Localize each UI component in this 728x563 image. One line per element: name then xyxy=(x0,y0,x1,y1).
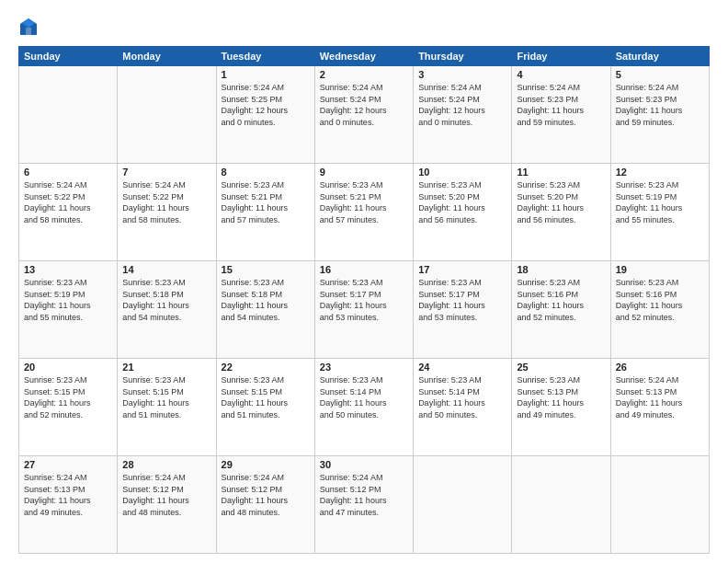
calendar-cell: 1Sunrise: 5:24 AM Sunset: 5:25 PM Daylig… xyxy=(216,66,314,164)
calendar-cell: 9Sunrise: 5:23 AM Sunset: 5:21 PM Daylig… xyxy=(314,164,413,261)
day-number: 24 xyxy=(418,362,506,373)
day-number: 11 xyxy=(517,167,605,178)
day-number: 4 xyxy=(517,69,605,80)
calendar-cell: 30Sunrise: 5:24 AM Sunset: 5:12 PM Dayli… xyxy=(314,456,413,554)
day-detail: Sunrise: 5:24 AM Sunset: 5:13 PM Dayligh… xyxy=(24,472,112,518)
day-number: 21 xyxy=(122,362,210,373)
calendar-cell: 16Sunrise: 5:23 AM Sunset: 5:17 PM Dayli… xyxy=(314,261,413,359)
day-detail: Sunrise: 5:24 AM Sunset: 5:12 PM Dayligh… xyxy=(122,472,210,518)
week-row-1: 6Sunrise: 5:24 AM Sunset: 5:22 PM Daylig… xyxy=(19,164,710,261)
day-number: 19 xyxy=(616,264,704,275)
day-detail: Sunrise: 5:23 AM Sunset: 5:14 PM Dayligh… xyxy=(418,374,506,420)
day-detail: Sunrise: 5:23 AM Sunset: 5:15 PM Dayligh… xyxy=(24,374,112,420)
calendar-cell: 24Sunrise: 5:23 AM Sunset: 5:14 PM Dayli… xyxy=(414,359,512,456)
calendar-cell xyxy=(512,456,610,554)
calendar-cell: 21Sunrise: 5:23 AM Sunset: 5:15 PM Dayli… xyxy=(118,359,216,456)
calendar-cell: 25Sunrise: 5:23 AM Sunset: 5:13 PM Dayli… xyxy=(512,359,610,456)
calendar-cell xyxy=(118,66,216,164)
calendar-table: SundayMondayTuesdayWednesdayThursdayFrid… xyxy=(18,46,710,554)
day-number: 5 xyxy=(616,69,704,80)
day-number: 16 xyxy=(320,264,408,275)
day-detail: Sunrise: 5:24 AM Sunset: 5:23 PM Dayligh… xyxy=(517,82,605,128)
svg-rect-2 xyxy=(26,28,31,35)
day-detail: Sunrise: 5:23 AM Sunset: 5:19 PM Dayligh… xyxy=(24,277,112,323)
day-detail: Sunrise: 5:23 AM Sunset: 5:21 PM Dayligh… xyxy=(222,179,310,225)
weekday-header-monday: Monday xyxy=(118,47,216,66)
calendar-cell: 19Sunrise: 5:23 AM Sunset: 5:16 PM Dayli… xyxy=(610,261,709,359)
calendar-cell: 20Sunrise: 5:23 AM Sunset: 5:15 PM Dayli… xyxy=(19,359,118,456)
day-number: 7 xyxy=(122,167,210,178)
day-number: 10 xyxy=(418,167,506,178)
day-number: 25 xyxy=(517,362,605,373)
calendar-cell xyxy=(19,66,118,164)
day-number: 13 xyxy=(24,264,112,275)
weekday-header-tuesday: Tuesday xyxy=(216,47,314,66)
weekday-header-row: SundayMondayTuesdayWednesdayThursdayFrid… xyxy=(19,47,710,66)
weekday-header-sunday: Sunday xyxy=(19,47,118,66)
day-detail: Sunrise: 5:23 AM Sunset: 5:20 PM Dayligh… xyxy=(418,179,506,225)
day-detail: Sunrise: 5:23 AM Sunset: 5:19 PM Dayligh… xyxy=(616,179,704,225)
day-detail: Sunrise: 5:24 AM Sunset: 5:23 PM Dayligh… xyxy=(616,82,704,128)
day-detail: Sunrise: 5:24 AM Sunset: 5:12 PM Dayligh… xyxy=(222,472,310,518)
day-detail: Sunrise: 5:23 AM Sunset: 5:16 PM Dayligh… xyxy=(517,277,605,323)
day-number: 1 xyxy=(222,69,310,80)
week-row-4: 27Sunrise: 5:24 AM Sunset: 5:13 PM Dayli… xyxy=(19,456,710,554)
calendar-cell: 2Sunrise: 5:24 AM Sunset: 5:24 PM Daylig… xyxy=(314,66,413,164)
day-number: 17 xyxy=(418,264,506,275)
week-row-2: 13Sunrise: 5:23 AM Sunset: 5:19 PM Dayli… xyxy=(19,261,710,359)
day-detail: Sunrise: 5:23 AM Sunset: 5:18 PM Dayligh… xyxy=(222,277,310,323)
page: SundayMondayTuesdayWednesdayThursdayFrid… xyxy=(0,0,728,563)
calendar-cell xyxy=(414,456,512,554)
logo xyxy=(18,17,42,37)
day-number: 20 xyxy=(24,362,112,373)
day-number: 12 xyxy=(616,167,704,178)
day-number: 15 xyxy=(222,264,310,275)
day-detail: Sunrise: 5:23 AM Sunset: 5:17 PM Dayligh… xyxy=(320,277,408,323)
day-number: 30 xyxy=(320,459,408,470)
day-detail: Sunrise: 5:23 AM Sunset: 5:20 PM Dayligh… xyxy=(517,179,605,225)
calendar-cell: 18Sunrise: 5:23 AM Sunset: 5:16 PM Dayli… xyxy=(512,261,610,359)
day-detail: Sunrise: 5:24 AM Sunset: 5:24 PM Dayligh… xyxy=(418,82,506,128)
day-number: 27 xyxy=(24,459,112,470)
calendar-cell: 14Sunrise: 5:23 AM Sunset: 5:18 PM Dayli… xyxy=(118,261,216,359)
weekday-header-saturday: Saturday xyxy=(610,47,709,66)
calendar-cell: 4Sunrise: 5:24 AM Sunset: 5:23 PM Daylig… xyxy=(512,66,610,164)
week-row-3: 20Sunrise: 5:23 AM Sunset: 5:15 PM Dayli… xyxy=(19,359,710,456)
day-number: 9 xyxy=(320,167,408,178)
calendar-cell: 26Sunrise: 5:24 AM Sunset: 5:13 PM Dayli… xyxy=(610,359,709,456)
calendar-cell xyxy=(610,456,709,554)
weekday-header-thursday: Thursday xyxy=(414,47,512,66)
day-number: 14 xyxy=(122,264,210,275)
day-number: 6 xyxy=(24,167,112,178)
calendar-cell: 27Sunrise: 5:24 AM Sunset: 5:13 PM Dayli… xyxy=(19,456,118,554)
calendar-cell: 7Sunrise: 5:24 AM Sunset: 5:22 PM Daylig… xyxy=(118,164,216,261)
calendar-cell: 8Sunrise: 5:23 AM Sunset: 5:21 PM Daylig… xyxy=(216,164,314,261)
calendar-cell: 11Sunrise: 5:23 AM Sunset: 5:20 PM Dayli… xyxy=(512,164,610,261)
calendar-cell: 23Sunrise: 5:23 AM Sunset: 5:14 PM Dayli… xyxy=(314,359,413,456)
day-number: 22 xyxy=(222,362,310,373)
day-detail: Sunrise: 5:23 AM Sunset: 5:21 PM Dayligh… xyxy=(320,179,408,225)
calendar-cell: 17Sunrise: 5:23 AM Sunset: 5:17 PM Dayli… xyxy=(414,261,512,359)
calendar-cell: 22Sunrise: 5:23 AM Sunset: 5:15 PM Dayli… xyxy=(216,359,314,456)
calendar-cell: 5Sunrise: 5:24 AM Sunset: 5:23 PM Daylig… xyxy=(610,66,709,164)
day-number: 26 xyxy=(616,362,704,373)
day-detail: Sunrise: 5:23 AM Sunset: 5:15 PM Dayligh… xyxy=(122,374,210,420)
day-number: 2 xyxy=(320,69,408,80)
weekday-header-wednesday: Wednesday xyxy=(314,47,413,66)
calendar-cell: 29Sunrise: 5:24 AM Sunset: 5:12 PM Dayli… xyxy=(216,456,314,554)
day-number: 18 xyxy=(517,264,605,275)
day-number: 28 xyxy=(122,459,210,470)
day-detail: Sunrise: 5:23 AM Sunset: 5:15 PM Dayligh… xyxy=(222,374,310,420)
day-detail: Sunrise: 5:23 AM Sunset: 5:16 PM Dayligh… xyxy=(616,277,704,323)
day-number: 23 xyxy=(320,362,408,373)
day-detail: Sunrise: 5:24 AM Sunset: 5:22 PM Dayligh… xyxy=(24,179,112,225)
calendar-cell: 12Sunrise: 5:23 AM Sunset: 5:19 PM Dayli… xyxy=(610,164,709,261)
day-detail: Sunrise: 5:23 AM Sunset: 5:13 PM Dayligh… xyxy=(517,374,605,420)
day-detail: Sunrise: 5:24 AM Sunset: 5:25 PM Dayligh… xyxy=(222,82,310,128)
logo-icon xyxy=(18,17,39,37)
day-detail: Sunrise: 5:24 AM Sunset: 5:22 PM Dayligh… xyxy=(122,179,210,225)
day-detail: Sunrise: 5:23 AM Sunset: 5:17 PM Dayligh… xyxy=(418,277,506,323)
day-number: 29 xyxy=(222,459,310,470)
calendar-cell: 6Sunrise: 5:24 AM Sunset: 5:22 PM Daylig… xyxy=(19,164,118,261)
calendar-cell: 15Sunrise: 5:23 AM Sunset: 5:18 PM Dayli… xyxy=(216,261,314,359)
